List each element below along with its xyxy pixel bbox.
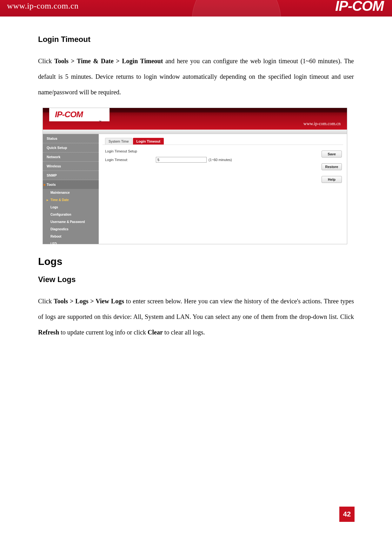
- page-content: Login Timeout Click Tools > Time & Date …: [0, 17, 392, 340]
- sidebar-item-status[interactable]: Status: [43, 134, 99, 143]
- shot-button-column: Save Restore Help: [322, 151, 342, 183]
- p2-prefix: Click: [38, 298, 54, 305]
- login-timeout-input[interactable]: [156, 157, 207, 163]
- restore-button[interactable]: Restore: [322, 163, 342, 170]
- sidebar-sub-reboot[interactable]: Reboot: [43, 233, 99, 240]
- tab-system-time[interactable]: System Time: [105, 138, 132, 145]
- page-header-banner: www.ip-com.com.cn IP-COM: [0, 0, 392, 17]
- p2-end: to clear all logs.: [163, 329, 205, 336]
- sidebar-sub-maintenance[interactable]: Maintenance: [43, 189, 99, 196]
- shot-main-panel: System Time Login Timeout Login Timeout …: [99, 134, 347, 244]
- login-timeout-screenshot: IP-COM ™ www.ip-com.com.cn Status Quick …: [43, 108, 347, 244]
- shot-subheader-strip: [43, 130, 347, 134]
- sidebar-item-tools[interactable]: Tools: [43, 180, 99, 189]
- sidebar-item-quick-setup[interactable]: Quick Setup: [43, 143, 99, 152]
- banner-url: www.ip-com.com.cn: [7, 1, 79, 11]
- shot-header-url: www.ip-com.com.cn: [303, 121, 341, 126]
- page-number-badge: 42: [339, 507, 355, 522]
- banner-decor: [192, 0, 281, 17]
- login-timeout-row: Login Timeout: (1~60 minutes): [103, 157, 343, 163]
- login-timeout-paragraph: Click Tools > Time & Date > Login Timeou…: [38, 53, 354, 100]
- sidebar-item-snmp[interactable]: SNMP: [43, 171, 99, 180]
- form-section-title: Login Timeout Setup: [103, 149, 343, 153]
- shot-sidebar: Status Quick Setup Network Wireless SNMP…: [43, 134, 99, 244]
- shot-logo-text: IP-COM: [55, 110, 83, 119]
- shot-header: IP-COM ™ www.ip-com.com.cn: [43, 108, 347, 130]
- sidebar-sub-logs[interactable]: Logs: [43, 204, 99, 211]
- login-timeout-heading: Login Timeout: [38, 35, 354, 44]
- p1-prefix: Click: [38, 57, 54, 64]
- p2-path-bold: Tools > Logs > View Logs: [54, 298, 124, 305]
- sidebar-sub-led[interactable]: LED: [43, 240, 99, 247]
- p2-refresh-bold: Refresh: [38, 329, 59, 336]
- sidebar-sub-configuration[interactable]: Configuration: [43, 211, 99, 218]
- p2-mid2: to update current log info or click: [59, 329, 148, 336]
- shot-tabbar: System Time Login Timeout: [103, 137, 343, 145]
- sidebar-sub-diagnostics[interactable]: Diagnostics: [43, 226, 99, 233]
- p1-path-bold: Tools > Time & Date > Login Timeout: [54, 57, 163, 64]
- sidebar-sub-time-date[interactable]: Time & Date: [43, 196, 99, 204]
- view-logs-paragraph: Click Tools > Logs > View Logs to enter …: [38, 293, 354, 340]
- p2-clear-bold: Clear: [148, 329, 163, 336]
- logs-heading: Logs: [38, 256, 354, 267]
- save-button[interactable]: Save: [322, 151, 342, 158]
- login-timeout-hint: (1~60 minutes): [209, 158, 232, 162]
- view-logs-subheading: View Logs: [38, 275, 354, 284]
- shot-body: Status Quick Setup Network Wireless SNMP…: [43, 134, 347, 244]
- help-button[interactable]: Help: [322, 176, 342, 183]
- login-timeout-label: Login Timeout:: [105, 158, 156, 162]
- sidebar-sub-username-password[interactable]: Username & Password: [43, 218, 99, 226]
- shot-logo: IP-COM ™: [49, 108, 110, 121]
- shot-logo-tm: ™: [99, 115, 101, 128]
- tab-login-timeout[interactable]: Login Timeout: [133, 138, 164, 145]
- sidebar-item-wireless[interactable]: Wireless: [43, 162, 99, 171]
- banner-brand-logo: IP-COM: [335, 0, 384, 14]
- sidebar-item-network[interactable]: Network: [43, 152, 99, 162]
